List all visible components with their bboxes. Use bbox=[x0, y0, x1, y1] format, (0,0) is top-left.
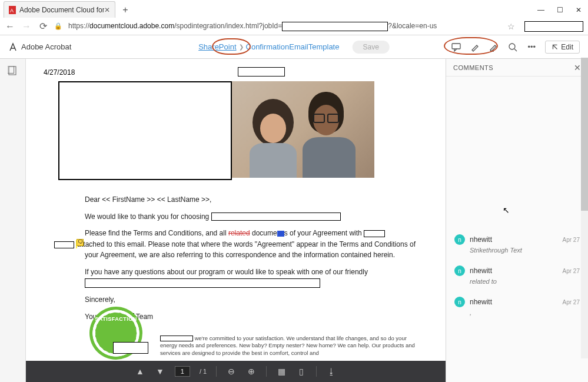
greeting: Dear << FirstName >> << LastName >>, bbox=[85, 194, 416, 205]
close-window-button[interactable]: ✕ bbox=[569, 2, 588, 18]
footer-content: we're committed to your satisfaction. We… bbox=[160, 335, 415, 357]
insert-marker[interactable] bbox=[277, 231, 284, 237]
avatar: n bbox=[454, 297, 465, 307]
p2-redacted-1 bbox=[364, 230, 385, 237]
hero-photo bbox=[232, 81, 374, 178]
p1-text: We would like to thank you for choosing bbox=[85, 212, 209, 221]
closing: Sincerely, bbox=[85, 294, 416, 305]
hero-redacted bbox=[58, 81, 232, 180]
browser-titlebar: A Adobe Document Cloud for Sha ✕ + — ☐ ✕ bbox=[0, 0, 588, 18]
edit-button[interactable]: Edit bbox=[545, 41, 580, 54]
comment-icon[interactable] bbox=[451, 42, 461, 52]
note-icon[interactable]: 🗨 bbox=[77, 239, 84, 246]
sign-icon[interactable] bbox=[489, 42, 499, 52]
chevron-right-icon: ❯ bbox=[239, 44, 244, 50]
address-bar: ← → ⟳ 🔒 https://documentcloud.adobe.com/… bbox=[0, 18, 588, 35]
breadcrumb-document[interactable]: ConfirmationEmailTemplate bbox=[246, 42, 340, 51]
url-path: /spodintegration/index.html?jobId= bbox=[174, 22, 282, 30]
comment-user: nhewitt bbox=[470, 298, 492, 306]
page-number-input[interactable] bbox=[175, 366, 190, 377]
download-icon[interactable]: ⭳ bbox=[326, 366, 337, 377]
left-sidebar bbox=[0, 59, 26, 382]
url-scheme: https:// bbox=[68, 22, 89, 30]
acrobat-toolbar: Adobe Acrobat SharePoint ❯ ConfirmationE… bbox=[0, 35, 588, 59]
tab-close-icon[interactable]: ✕ bbox=[104, 6, 110, 14]
comment-item[interactable]: n nhewitt Apr 27 , bbox=[446, 291, 588, 322]
browser-tab[interactable]: A Adobe Document Cloud for Sha ✕ bbox=[4, 1, 115, 18]
document-viewer: 4/27/2018 Dear << FirstName >> << LastNa… bbox=[26, 59, 446, 382]
svg-point-3 bbox=[509, 44, 515, 49]
p3-redacted bbox=[85, 278, 320, 288]
p1-redacted bbox=[211, 212, 341, 221]
minimize-button[interactable]: — bbox=[531, 2, 550, 18]
scrollbar-thumb[interactable] bbox=[581, 58, 588, 211]
maximize-button[interactable]: ☐ bbox=[550, 2, 569, 18]
comment-text: , bbox=[470, 309, 580, 316]
paragraph-3: If you have any questions about our prog… bbox=[85, 267, 416, 288]
comment-text: related to bbox=[470, 278, 580, 285]
comments-list: n nhewitt Apr 27 Strikethrough Text n nh… bbox=[446, 77, 588, 382]
paragraph-2: Please find the Terms and Conditions, an… bbox=[85, 228, 416, 261]
acrobat-icon bbox=[8, 42, 18, 52]
tab-title: Adobe Document Cloud for Sha bbox=[19, 6, 104, 14]
app-name: Adobe Acrobat bbox=[21, 42, 71, 51]
page-up-button[interactable]: ▲ bbox=[135, 366, 145, 377]
header-redacted bbox=[238, 67, 285, 77]
divider bbox=[266, 366, 267, 377]
p2-a: Please find the Terms and Conditions, an… bbox=[85, 229, 228, 237]
avatar: n bbox=[454, 265, 465, 276]
comments-header: COMMENTS ✕ bbox=[446, 59, 588, 77]
url-host: documentcloud.adobe.com bbox=[89, 22, 174, 30]
comment-text: Strikethrough Text bbox=[470, 247, 580, 254]
new-tab-button[interactable]: + bbox=[118, 2, 133, 18]
svg-line-4 bbox=[514, 49, 517, 51]
footer-redacted bbox=[160, 336, 193, 341]
paragraph-1: We would like to thank you for choosing bbox=[85, 211, 416, 222]
breadcrumb: SharePoint ❯ ConfirmationEmailTemplate S… bbox=[198, 41, 390, 54]
comment-user: nhewitt bbox=[470, 267, 492, 275]
comments-title: COMMENTS bbox=[453, 64, 493, 71]
thumbnails-icon[interactable] bbox=[8, 66, 18, 77]
badge-text: SATISFACTION bbox=[95, 316, 137, 322]
badge-redacted bbox=[113, 342, 148, 354]
highlight-icon[interactable] bbox=[470, 42, 480, 52]
acrobat-logo: Adobe Acrobat bbox=[8, 42, 71, 52]
url-text[interactable]: https://documentcloud.adobe.com/spodinte… bbox=[68, 22, 437, 31]
breadcrumb-sharepoint[interactable]: SharePoint bbox=[198, 42, 236, 51]
forward-button[interactable]: → bbox=[21, 21, 32, 32]
window-controls: — ☐ ✕ bbox=[531, 2, 588, 18]
edit-icon bbox=[552, 44, 559, 51]
pdf-icon: A bbox=[9, 6, 16, 14]
zoom-out-button[interactable]: ⊖ bbox=[226, 366, 237, 377]
back-button[interactable]: ← bbox=[5, 21, 15, 32]
scrollbar[interactable] bbox=[581, 58, 588, 358]
reload-button[interactable]: ⟳ bbox=[38, 21, 48, 32]
page-total: / 1 bbox=[200, 368, 207, 375]
p2-d: attached to this email. Please note that… bbox=[77, 240, 416, 260]
zoom-in-button[interactable]: ⊕ bbox=[246, 366, 257, 377]
main-area: 4/27/2018 Dear << FirstName >> << LastNa… bbox=[0, 59, 588, 382]
svg-text:A: A bbox=[10, 8, 14, 14]
save-button: Save bbox=[352, 41, 389, 54]
fit-page-icon[interactable]: ▯ bbox=[296, 366, 307, 377]
close-comments-icon[interactable]: ✕ bbox=[574, 63, 582, 72]
url-query: ?&locale=en-us bbox=[388, 22, 437, 30]
comment-item[interactable]: n nhewitt Apr 27 Strikethrough Text bbox=[446, 228, 588, 260]
comment-item[interactable]: n nhewitt Apr 27 related to bbox=[446, 260, 588, 291]
comment-date: Apr 27 bbox=[563, 237, 580, 243]
fit-width-icon[interactable]: ▦ bbox=[276, 366, 287, 377]
lock-icon: 🔒 bbox=[54, 22, 62, 30]
divider bbox=[316, 366, 317, 377]
comment-user: nhewitt bbox=[470, 235, 492, 244]
p3-text: If you have any questions about our prog… bbox=[85, 268, 368, 276]
p2-redacted-2 bbox=[54, 241, 74, 248]
more-icon[interactable]: ••• bbox=[526, 42, 537, 52]
letter-body: Dear << FirstName >> << LastName >>, We … bbox=[85, 194, 416, 328]
toolbar-redacted bbox=[524, 21, 583, 32]
search-icon[interactable] bbox=[507, 42, 518, 52]
bookmark-star-icon[interactable]: ☆ bbox=[507, 22, 515, 31]
svg-rect-2 bbox=[452, 44, 460, 49]
document-date: 4/27/2018 bbox=[44, 68, 75, 77]
strikethrough-text[interactable]: related bbox=[228, 229, 250, 237]
page-down-button[interactable]: ▼ bbox=[155, 366, 165, 377]
